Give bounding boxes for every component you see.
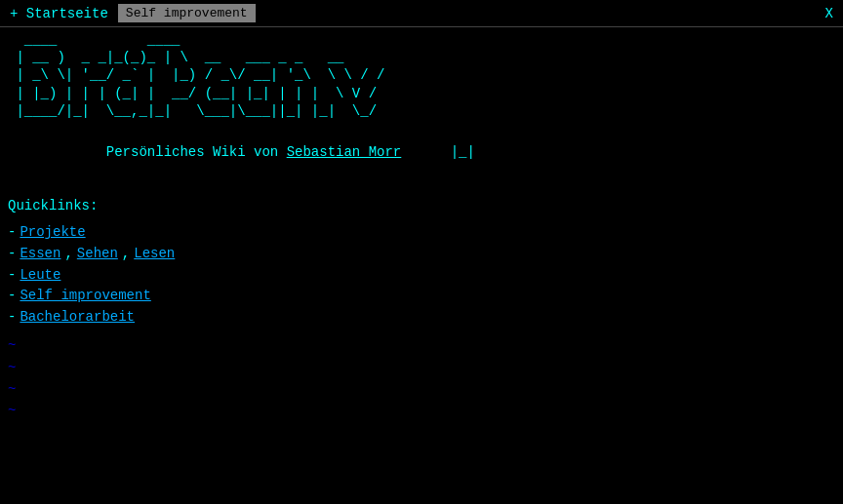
list-item-self-improvement: Self improvement bbox=[8, 287, 835, 306]
tilde-1: ~ bbox=[8, 334, 835, 356]
subtitle-suffix: |_| bbox=[401, 144, 475, 160]
subtitle-prefix: Persönliches Wiki von bbox=[41, 144, 287, 160]
list-item-bachelorarbeit: Bachelorarbeit bbox=[8, 308, 835, 328]
author-link[interactable]: Sebastian Morr bbox=[287, 144, 402, 160]
link-lesen[interactable]: Lesen bbox=[134, 245, 175, 264]
nav-list: Projekte Essen, Sehen, Lesen Leute Self … bbox=[8, 223, 835, 327]
list-item-media: Essen, Sehen, Lesen bbox=[8, 245, 835, 264]
link-essen[interactable]: Essen bbox=[20, 245, 60, 264]
tilde-lines: ~ ~ ~ ~ bbox=[8, 334, 835, 422]
tab-bar: + Startseite Self improvement X bbox=[0, 0, 843, 27]
search-input[interactable] bbox=[258, 4, 820, 22]
tilde-3: ~ bbox=[8, 378, 835, 400]
link-sehen[interactable]: Sehen bbox=[77, 245, 118, 264]
link-bachelorarbeit[interactable]: Bachelorarbeit bbox=[20, 308, 135, 328]
ascii-art: ____ ____ | __ ) _ _|_(_)_ | \ __ ___ _ … bbox=[8, 31, 835, 120]
close-tab-button[interactable]: X bbox=[820, 4, 839, 23]
quicklinks-label: Quicklinks: bbox=[8, 197, 835, 216]
tilde-2: ~ bbox=[8, 357, 835, 378]
new-tab-button[interactable]: + Startseite bbox=[4, 4, 114, 23]
active-tab[interactable]: Self improvement bbox=[118, 4, 256, 22]
link-leute[interactable]: Leute bbox=[20, 266, 60, 286]
list-item-leute: Leute bbox=[8, 266, 835, 286]
tilde-4: ~ bbox=[8, 400, 835, 421]
link-projekte[interactable]: Projekte bbox=[20, 223, 85, 243]
link-self-improvement[interactable]: Self improvement bbox=[20, 287, 150, 306]
subtitle: Persönliches Wiki von Sebastian Morr |_| bbox=[8, 124, 835, 181]
list-item-projekte: Projekte bbox=[8, 223, 835, 243]
main-content: ____ ____ | __ ) _ _|_(_)_ | \ __ ___ _ … bbox=[0, 27, 843, 426]
